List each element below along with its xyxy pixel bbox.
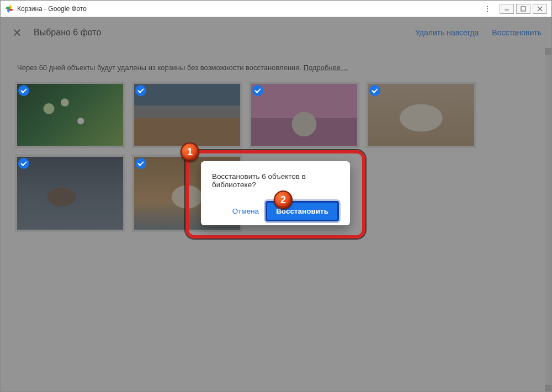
photo-thumbnail[interactable] xyxy=(15,82,125,148)
close-window-button[interactable] xyxy=(533,4,547,14)
maximize-button[interactable] xyxy=(516,4,530,14)
selection-count: Выбрано 6 фото xyxy=(34,28,101,38)
selected-check-icon[interactable] xyxy=(135,85,146,96)
overflow-menu-icon[interactable]: ⋮ xyxy=(482,4,493,13)
dialog-cancel-button[interactable]: Отмена xyxy=(230,204,261,219)
selected-check-icon[interactable] xyxy=(135,158,146,169)
window-title: Корзина - Google Фото xyxy=(17,5,87,13)
info-banner: Через 60 дней объекты будут удалены из к… xyxy=(1,48,551,82)
annotation-step-badge-1: 1 xyxy=(181,142,199,161)
scroll-up-icon[interactable] xyxy=(545,48,551,55)
svg-rect-1 xyxy=(521,7,526,11)
google-photos-icon xyxy=(5,4,14,13)
restore-dialog: Восстановить 6 объектов в библиотеке? От… xyxy=(201,161,350,225)
restore-button[interactable]: Восстановить xyxy=(492,28,542,37)
selected-check-icon[interactable] xyxy=(18,85,29,96)
delete-forever-button[interactable]: Удалить навсегда xyxy=(415,28,479,37)
scrollbar[interactable] xyxy=(545,48,551,391)
close-selection-icon[interactable] xyxy=(10,26,24,39)
photo-thumbnail[interactable] xyxy=(132,82,242,148)
window-titlebar: Корзина - Google Фото ⋮ xyxy=(1,1,551,17)
photo-thumbnail[interactable] xyxy=(366,82,476,148)
selection-toolbar: Выбрано 6 фото Удалить навсегда Восстано… xyxy=(1,17,551,48)
minimize-button[interactable] xyxy=(500,4,514,14)
photo-thumbnail[interactable] xyxy=(15,155,125,232)
selected-check-icon[interactable] xyxy=(18,158,29,169)
annotation-step-badge-2: 2 xyxy=(274,190,293,209)
photo-thumbnail[interactable] xyxy=(249,82,359,148)
scroll-down-icon[interactable] xyxy=(545,385,551,391)
selected-check-icon[interactable] xyxy=(252,85,263,96)
selected-check-icon[interactable] xyxy=(369,85,380,96)
learn-more-link[interactable]: Подробнее… xyxy=(304,63,348,72)
dialog-message: Восстановить 6 объектов в библиотеке? xyxy=(212,172,339,189)
info-text: Через 60 дней объекты будут удалены из к… xyxy=(17,63,304,72)
